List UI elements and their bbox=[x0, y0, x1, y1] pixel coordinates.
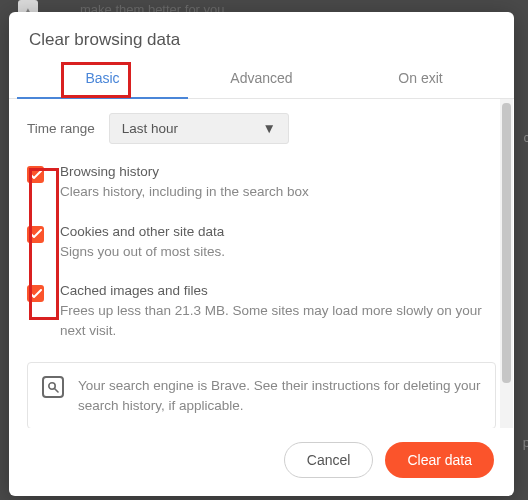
bg-cut-letter-c: c bbox=[524, 130, 529, 145]
tabs-row: Basic Advanced On exit bbox=[9, 60, 514, 99]
svg-line-1 bbox=[55, 389, 59, 393]
checkbox-browsing-history[interactable] bbox=[27, 166, 44, 183]
tab-onexit-label: On exit bbox=[398, 70, 442, 86]
check-icon bbox=[30, 170, 42, 180]
chevron-down-icon: ▼ bbox=[262, 121, 275, 136]
content-area: Time range Last hour ▼ Browsing history … bbox=[9, 99, 514, 428]
search-engine-info: Your search engine is Brave. See their i… bbox=[27, 362, 496, 428]
checkbox-cache[interactable] bbox=[27, 285, 44, 302]
option-desc: Clears history, including in the search … bbox=[60, 182, 496, 202]
option-browsing-history: Browsing history Clears history, includi… bbox=[27, 164, 496, 202]
option-desc: Frees up less than 21.3 MB. Some sites m… bbox=[60, 301, 496, 340]
cancel-button[interactable]: Cancel bbox=[284, 442, 374, 478]
scrollbar[interactable] bbox=[500, 99, 513, 428]
info-text: Your search engine is Brave. See their i… bbox=[78, 376, 481, 415]
tab-advanced-label: Advanced bbox=[230, 70, 292, 86]
scrollbar-thumb[interactable] bbox=[502, 103, 511, 383]
time-range-row: Time range Last hour ▼ bbox=[27, 113, 496, 144]
tab-advanced[interactable]: Advanced bbox=[182, 60, 341, 98]
option-title: Cached images and files bbox=[60, 283, 496, 298]
search-icon bbox=[42, 376, 64, 398]
time-range-value: Last hour bbox=[122, 121, 178, 136]
option-text: Cached images and files Frees up less th… bbox=[60, 283, 496, 340]
bg-cut-letter-p: p bbox=[523, 435, 528, 450]
content-wrap: Time range Last hour ▼ Browsing history … bbox=[9, 99, 514, 428]
option-cache: Cached images and files Frees up less th… bbox=[27, 283, 496, 340]
check-icon bbox=[30, 289, 42, 299]
clear-data-button[interactable]: Clear data bbox=[385, 442, 494, 478]
option-text: Browsing history Clears history, includi… bbox=[60, 164, 496, 202]
dialog-footer: Cancel Clear data bbox=[9, 428, 514, 496]
checkbox-cookies[interactable] bbox=[27, 226, 44, 243]
option-cookies: Cookies and other site data Signs you ou… bbox=[27, 224, 496, 262]
check-icon bbox=[30, 229, 42, 239]
option-title: Browsing history bbox=[60, 164, 496, 179]
time-range-select[interactable]: Last hour ▼ bbox=[109, 113, 289, 144]
option-text: Cookies and other site data Signs you ou… bbox=[60, 224, 496, 262]
option-desc: Signs you out of most sites. bbox=[60, 242, 496, 262]
option-title: Cookies and other site data bbox=[60, 224, 496, 239]
tab-basic[interactable]: Basic bbox=[23, 60, 182, 98]
tab-onexit[interactable]: On exit bbox=[341, 60, 500, 98]
dialog-title: Clear browsing data bbox=[9, 12, 514, 60]
tab-basic-label: Basic bbox=[85, 70, 119, 86]
clear-browsing-data-dialog: Clear browsing data Basic Advanced On ex… bbox=[9, 12, 514, 496]
time-range-label: Time range bbox=[27, 121, 95, 136]
